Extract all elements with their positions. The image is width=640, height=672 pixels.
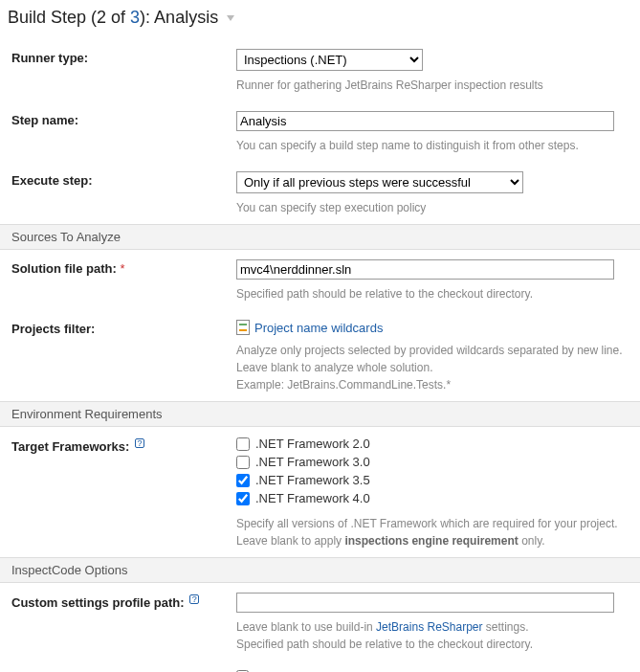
frameworks-hint-2a: Leave blank to apply <box>236 534 344 548</box>
row-debug-output: Enable debug output: ? <box>0 661 640 672</box>
solution-path-label: Solution file path: * <box>11 259 236 276</box>
step-current: 2 <box>97 8 106 27</box>
row-custom-settings: Custom settings profile path: ? <box>0 583 640 616</box>
execute-step-hint: You can specify step execution policy <box>0 197 640 224</box>
framework-checkbox[interactable] <box>236 456 250 469</box>
section-inspectcode: InspectCode Options <box>0 557 640 583</box>
frameworks-hint-2c: only. <box>519 534 545 548</box>
framework-checkbox[interactable] <box>236 474 250 487</box>
step-total-link[interactable]: 3 <box>130 8 140 27</box>
title-suffix: ): Analysis <box>140 8 218 27</box>
framework-row: .NET Framework 3.0 <box>236 455 629 469</box>
custom-settings-hint: Leave blank to use build-in JetBrains Re… <box>0 616 640 661</box>
framework-checkbox[interactable] <box>236 437 250 451</box>
framework-label: .NET Framework 3.0 <box>255 455 370 469</box>
row-runner-type: Runner type: Inspections (.NET) <box>0 39 640 75</box>
projects-hint-3: Example: JetBrains.CommandLine.Tests.* <box>236 378 451 392</box>
title-prefix: Build Step ( <box>8 8 97 27</box>
custom-hint-1a: Leave blank to use build-in <box>236 620 376 634</box>
help-icon[interactable]: ? <box>189 594 199 604</box>
projects-hint-1: Analyze only projects selected by provid… <box>236 344 623 357</box>
required-marker: * <box>120 261 124 276</box>
projects-filter-label: Projects filter: <box>11 320 236 336</box>
solution-path-hint: Specified path should be relative to the… <box>0 283 640 310</box>
projects-filter-hint: Analyze only projects selected by provid… <box>0 340 640 401</box>
execute-step-select[interactable]: Only if all previous steps were successf… <box>236 171 523 193</box>
row-execute-step: Execute step: Only if all previous steps… <box>0 162 640 197</box>
framework-row: .NET Framework 2.0 <box>236 437 629 451</box>
step-name-label: Step name: <box>11 111 236 127</box>
section-sources: Sources To Analyze <box>0 224 640 250</box>
custom-hint-1c: settings. <box>483 620 529 634</box>
runner-type-hint: Runner for gathering JetBrains ReSharper… <box>0 75 640 101</box>
custom-settings-label-text: Custom settings profile path: <box>11 595 188 610</box>
framework-label: .NET Framework 2.0 <box>255 437 370 451</box>
title-of: of <box>106 8 130 27</box>
runner-type-label: Runner type: <box>11 49 236 65</box>
frameworks-hint: Specify all versions of .NET Framework w… <box>0 513 640 557</box>
projects-hint-2: Leave blank to analyze whole solution. <box>236 361 432 374</box>
row-step-name: Step name: <box>0 101 640 135</box>
framework-row: .NET Framework 3.5 <box>236 473 629 487</box>
section-environment: Environment Requirements <box>0 401 640 427</box>
solution-path-label-text: Solution file path: <box>11 261 120 276</box>
frameworks-list: .NET Framework 2.0.NET Framework 3.0.NET… <box>236 437 629 509</box>
framework-label: .NET Framework 4.0 <box>255 491 370 505</box>
solution-path-input[interactable] <box>236 259 614 280</box>
execute-step-label: Execute step: <box>11 171 236 188</box>
frameworks-hint-2b: inspections engine requirement <box>344 534 518 548</box>
target-frameworks-label-text: Target Frameworks: <box>11 439 133 454</box>
resharper-link[interactable]: JetBrains ReSharper <box>376 620 482 634</box>
step-name-hint: You can specify a build step name to dis… <box>0 135 640 162</box>
row-target-frameworks: Target Frameworks: ? .NET Framework 2.0.… <box>0 427 640 513</box>
custom-settings-label: Custom settings profile path: ? <box>11 593 236 610</box>
runner-type-select[interactable]: Inspections (.NET) <box>236 49 423 71</box>
document-icon <box>236 320 250 335</box>
custom-settings-input[interactable] <box>236 593 614 613</box>
step-name-input[interactable] <box>236 111 614 131</box>
chevron-down-icon[interactable] <box>227 15 234 21</box>
row-solution-path: Solution file path: * <box>0 250 640 283</box>
help-icon[interactable]: ? <box>135 438 144 448</box>
project-wildcards-link[interactable]: Project name wildcards <box>254 321 383 335</box>
custom-hint-2: Specified path should be relative to the… <box>236 638 533 651</box>
row-projects-filter: Projects filter: Project name wildcards <box>0 310 640 340</box>
framework-label: .NET Framework 3.5 <box>255 473 370 487</box>
framework-checkbox[interactable] <box>236 492 250 505</box>
page-title: Build Step (2 of 3): Analysis <box>0 0 640 34</box>
frameworks-hint-1: Specify all versions of .NET Framework w… <box>236 517 618 530</box>
target-frameworks-label: Target Frameworks: ? <box>11 437 236 454</box>
framework-row: .NET Framework 4.0 <box>236 491 629 505</box>
